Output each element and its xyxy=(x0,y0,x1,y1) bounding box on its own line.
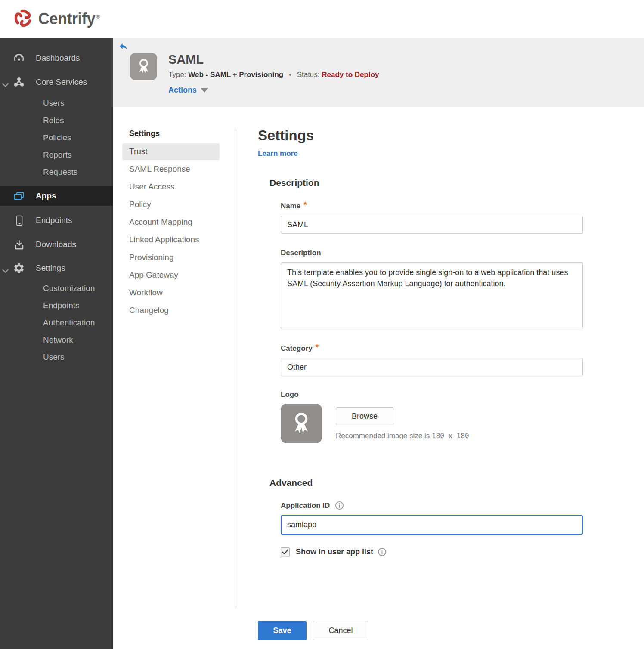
brand-name: Centrify® xyxy=(38,10,100,28)
subnav-item-workflow[interactable]: Workflow xyxy=(122,284,220,301)
actions-menu-button[interactable]: Actions xyxy=(168,86,379,95)
sidebar-item-requests[interactable]: Requests xyxy=(0,164,113,181)
page-title: SAML xyxy=(168,53,379,66)
type-label: Type: xyxy=(168,71,186,79)
category-field[interactable] xyxy=(281,358,583,376)
required-marker: * xyxy=(303,200,307,210)
subnav-item-policy[interactable]: Policy xyxy=(122,196,220,213)
sidebar-item-users-settings[interactable]: Users xyxy=(0,349,113,366)
sidebar-item-label: Apps xyxy=(36,191,56,201)
logo-label: Logo xyxy=(281,390,583,399)
learn-more-link[interactable]: Learn more xyxy=(258,149,298,158)
smartphone-icon xyxy=(13,214,25,226)
sidebar-item-dashboards[interactable]: Dashboards xyxy=(0,46,113,70)
subnav-item-app-gateway[interactable]: App Gateway xyxy=(122,267,220,284)
sidebar-item-network[interactable]: Network xyxy=(0,331,113,349)
registered-mark: ® xyxy=(96,13,100,20)
application-id-field[interactable] xyxy=(281,515,583,535)
sidebar-item-label: Dashboards xyxy=(36,53,80,63)
sidebar-item-label: Endpoints xyxy=(36,216,72,225)
app-logo-badge xyxy=(130,53,157,80)
browse-button[interactable]: Browse xyxy=(336,407,393,425)
top-bar: Centrify® xyxy=(0,0,644,38)
description-section-heading: Description xyxy=(269,178,583,188)
info-icon[interactable] xyxy=(378,547,387,556)
sidebar-item-roles[interactable]: Roles xyxy=(0,112,113,129)
settings-subnav: Settings Trust SAML Response User Access… xyxy=(113,107,236,649)
show-in-user-app-list-label: Show in user app list xyxy=(296,547,373,556)
ribbon-award-icon xyxy=(288,409,315,438)
back-arrow-icon[interactable] xyxy=(118,41,128,51)
subnav-item-user-access[interactable]: User Access xyxy=(122,179,220,195)
centrify-swirl-icon xyxy=(13,8,33,30)
brand-logo: Centrify® xyxy=(13,8,100,30)
core-services-icon xyxy=(13,76,25,88)
application-id-label: Application ID xyxy=(281,501,330,510)
logo-size-hint: Recommended image size is 180 x 180 xyxy=(336,432,469,440)
caret-down-icon xyxy=(201,88,208,93)
sidebar-item-policies[interactable]: Policies xyxy=(0,129,113,146)
status-label: Status: xyxy=(297,71,320,79)
sidebar-item-endpoints-settings[interactable]: Endpoints xyxy=(0,297,113,314)
sidebar-item-settings[interactable]: Settings xyxy=(0,257,113,280)
subnav-item-trust[interactable]: Trust xyxy=(122,143,220,160)
settings-form: Settings Learn more Description Name* De… xyxy=(236,107,583,649)
category-label: Category* xyxy=(281,344,583,353)
sidebar-nav: Dashboards Core Services Users Roles Pol… xyxy=(0,38,113,649)
show-in-user-app-list-checkbox[interactable] xyxy=(281,547,290,556)
actions-label: Actions xyxy=(168,86,197,95)
status-badge: Ready to Deploy xyxy=(322,71,379,79)
save-button[interactable]: Save xyxy=(258,621,307,640)
chevron-down-icon xyxy=(2,80,9,84)
main-page-title: Settings xyxy=(258,127,583,144)
gauge-icon xyxy=(13,52,25,64)
type-value: Web - SAML + Provisioning xyxy=(188,71,283,79)
subnav-item-provisioning[interactable]: Provisioning xyxy=(122,249,220,266)
subnav-item-account-mapping[interactable]: Account Mapping xyxy=(122,214,220,231)
sidebar-item-endpoints[interactable]: Endpoints xyxy=(0,209,113,232)
app-header: SAML Type: Web - SAML + Provisioning • S… xyxy=(113,38,644,107)
download-icon xyxy=(13,238,25,250)
subnav-item-saml-response[interactable]: SAML Response xyxy=(122,161,220,178)
cancel-button[interactable]: Cancel xyxy=(313,621,368,640)
info-icon[interactable] xyxy=(335,501,344,510)
description-label: Description xyxy=(281,249,583,257)
advanced-section-heading: Advanced xyxy=(269,478,583,488)
sidebar-item-users[interactable]: Users xyxy=(0,95,113,112)
ribbon-award-icon xyxy=(134,56,153,77)
subnav-item-linked-applications[interactable]: Linked Applications xyxy=(122,232,220,248)
gear-icon xyxy=(13,262,25,274)
sidebar-item-core-services[interactable]: Core Services xyxy=(0,70,113,95)
sidebar-item-apps-active[interactable]: Apps xyxy=(0,186,113,206)
sidebar-item-downloads[interactable]: Downloads xyxy=(0,233,113,256)
description-field[interactable]: This template enables you to provide sin… xyxy=(281,262,583,329)
apps-icon xyxy=(13,190,25,202)
subnav-item-changelog[interactable]: Changelog xyxy=(122,302,220,319)
name-label: Name* xyxy=(281,201,583,211)
required-marker: * xyxy=(316,343,319,352)
subnav-title: Settings xyxy=(129,129,236,138)
logo-preview xyxy=(281,404,322,443)
separator: • xyxy=(289,71,291,79)
sidebar-item-authentication[interactable]: Authentication xyxy=(0,314,113,331)
sidebar-item-label: Core Services xyxy=(36,77,87,87)
name-field[interactable] xyxy=(281,216,583,234)
app-meta: Type: Web - SAML + Provisioning • Status… xyxy=(168,71,379,79)
chevron-down-icon xyxy=(2,266,9,270)
sidebar-item-customization[interactable]: Customization xyxy=(0,280,113,297)
sidebar-item-label: Settings xyxy=(36,263,65,273)
checkmark-icon xyxy=(282,549,288,555)
sidebar-item-label: Downloads xyxy=(36,240,76,249)
sidebar-item-reports[interactable]: Reports xyxy=(0,146,113,164)
